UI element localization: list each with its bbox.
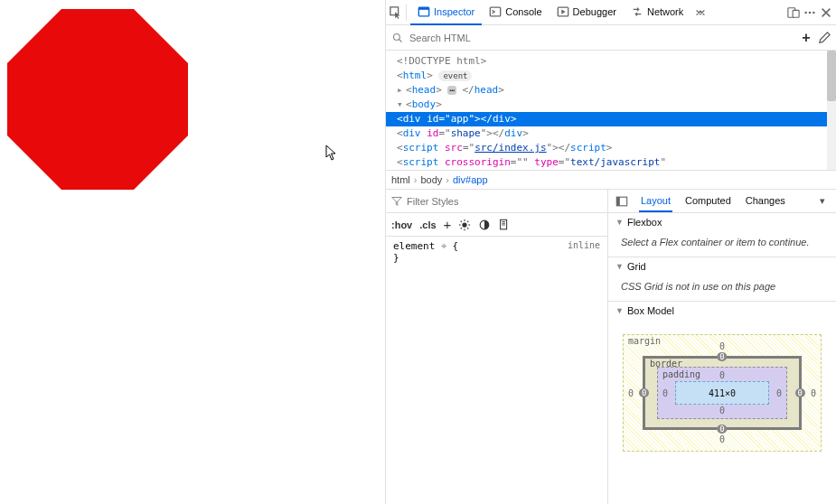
twisty-icon: ▼	[615, 306, 624, 315]
panel-header[interactable]: ▼Grid	[608, 257, 836, 275]
breadcrumb-item[interactable]: html	[391, 174, 410, 185]
chevron-right-icon: ›	[414, 174, 418, 185]
twisty-icon: ▼	[615, 262, 624, 271]
svg-rect-2	[418, 7, 428, 10]
layout-pane: Layout Computed Changes ▾ ▼Flexbox Selec…	[608, 190, 836, 504]
tab-debugger[interactable]: Debugger	[550, 0, 624, 25]
breadcrumb-item[interactable]: body	[420, 174, 442, 185]
add-node-icon[interactable]: +	[800, 32, 813, 44]
twisty-icon[interactable]: ▾	[397, 98, 406, 112]
svg-point-10	[394, 33, 400, 40]
chevron-right-icon: ›	[446, 174, 449, 185]
search-row: +	[386, 25, 836, 51]
grid-panel: ▼Grid CSS Grid is not in use on this pag…	[608, 257, 836, 302]
cls-toggle[interactable]: .cls	[419, 219, 436, 230]
dom-node[interactable]: <div id="shape"></div>	[386, 126, 827, 141]
search-input[interactable]	[409, 31, 794, 45]
svg-line-16	[461, 220, 462, 221]
page-content	[0, 0, 385, 504]
panel-header[interactable]: ▼Box Model	[608, 302, 836, 320]
funnel-icon	[391, 196, 402, 207]
scrollbar[interactable]	[827, 51, 836, 170]
octagon-shape	[7, 9, 188, 190]
border-label: border	[650, 359, 682, 369]
svg-point-11	[463, 222, 467, 227]
event-badge[interactable]: event	[438, 70, 472, 81]
close-icon[interactable]	[820, 6, 832, 19]
tab-console[interactable]: Console	[482, 0, 549, 25]
devtools-toolbar: Inspector Console Debugger Network	[386, 0, 836, 25]
print-mode-icon[interactable]	[498, 219, 511, 231]
svg-rect-6	[793, 10, 799, 17]
dom-node[interactable]: <script crossorigin="" type="text/javasc…	[386, 155, 827, 170]
tab-layout[interactable]: Layout	[639, 191, 672, 212]
network-icon	[631, 5, 643, 18]
svg-line-19	[467, 220, 468, 221]
breadcrumb-item[interactable]: div#app	[453, 174, 488, 185]
side-tabs: Layout Computed Changes ▾	[608, 190, 836, 213]
svg-point-9	[813, 11, 814, 13]
meatball-icon[interactable]	[803, 6, 816, 19]
filter-placeholder[interactable]: Filter Styles	[407, 196, 602, 207]
tab-network[interactable]: Network	[624, 0, 690, 25]
cursor-icon	[325, 145, 340, 161]
twisty-icon[interactable]: ▸	[397, 83, 406, 98]
svg-point-7	[804, 11, 806, 13]
panel-body: CSS Grid is not in use on this page	[608, 275, 836, 301]
box-model-diagram[interactable]: 411×0 margin border padding 0 0 0 0 0 0 …	[623, 334, 822, 452]
svg-point-8	[809, 11, 811, 13]
dom-node[interactable]: <script src="src/index.js"></script>	[386, 141, 827, 155]
dom-node[interactable]: <html> event	[386, 69, 827, 83]
style-toolbar: :hov .cls +	[386, 213, 607, 237]
tab-changes[interactable]: Changes	[744, 191, 787, 212]
dom-node[interactable]: ▸<head> ⋯ </head>	[386, 83, 827, 98]
panel-body: Select a Flex container or item to conti…	[608, 231, 836, 257]
light-mode-icon[interactable]	[458, 219, 471, 231]
console-icon	[489, 5, 502, 18]
dom-node[interactable]: ▾<body>	[386, 98, 827, 112]
twisty-icon: ▼	[615, 218, 624, 227]
padding-label: padding	[662, 369, 700, 379]
dark-mode-icon[interactable]	[478, 219, 491, 231]
tab-label: Network	[647, 6, 683, 17]
dom-node[interactable]: <!DOCTYPE html>	[386, 54, 827, 69]
filter-row: Filter Styles	[386, 190, 607, 213]
tab-label: Console	[505, 6, 541, 17]
eyedropper-icon[interactable]	[818, 32, 831, 44]
rules-body[interactable]: inline element ⌖ { }	[386, 237, 607, 267]
panel-header[interactable]: ▼Flexbox	[608, 213, 836, 231]
inline-label: inline	[568, 240, 600, 250]
more-tabs-icon[interactable]	[694, 6, 707, 19]
boxmodel-panel: ▼Box Model 411×0 margin border padding 0…	[608, 302, 836, 470]
dropdown-icon[interactable]: ▾	[816, 195, 829, 208]
target-icon[interactable]: ⌖	[441, 240, 446, 252]
inspector-icon	[418, 5, 430, 18]
svg-line-18	[461, 228, 462, 229]
rules-pane: Filter Styles :hov .cls + inline element…	[386, 190, 608, 504]
dom-node-selected[interactable]: <div id="app"></div>	[386, 112, 827, 126]
box-content-size[interactable]: 411×0	[709, 388, 736, 398]
devtools-panel: Inspector Console Debugger Network + <!D…	[385, 0, 836, 504]
dom-tree[interactable]: <!DOCTYPE html> <html> event ▸<head> ⋯ <…	[386, 51, 827, 170]
debugger-icon	[557, 5, 569, 18]
tab-label: Debugger	[573, 6, 616, 17]
tab-computed[interactable]: Computed	[683, 191, 733, 212]
responsive-icon[interactable]	[787, 6, 800, 19]
search-icon	[391, 32, 404, 44]
margin-label: margin	[628, 336, 661, 346]
add-rule-icon[interactable]: +	[444, 217, 452, 232]
tab-inspector[interactable]: Inspector	[410, 0, 482, 25]
hov-toggle[interactable]: :hov	[391, 219, 412, 230]
tab-label: Inspector	[434, 6, 474, 17]
svg-rect-26	[616, 197, 620, 206]
breadcrumb: html › body › div#app	[386, 170, 836, 190]
pick-element-icon[interactable]	[390, 6, 402, 19]
svg-line-17	[467, 228, 468, 229]
sidebar-toggle-icon[interactable]	[615, 195, 628, 208]
flexbox-panel: ▼Flexbox Select a Flex container or item…	[608, 213, 836, 257]
